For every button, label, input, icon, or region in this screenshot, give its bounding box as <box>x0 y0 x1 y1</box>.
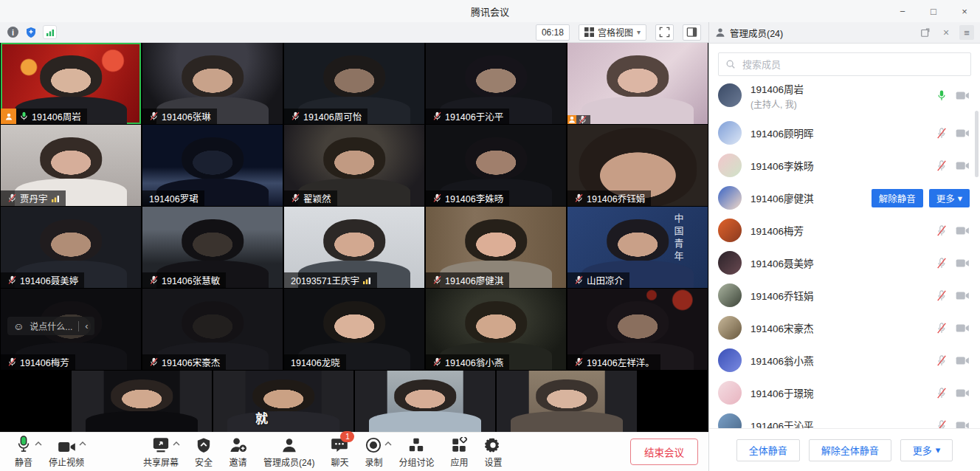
video-tile[interactable]: 191406张琳 <box>142 43 283 124</box>
maximize-button[interactable]: □ <box>918 0 949 22</box>
video-tile[interactable]: 翟颖然 <box>284 125 424 206</box>
video-tile[interactable]: 中国青年山田凉介 <box>567 207 708 288</box>
emoji-icon[interactable]: ☺ <box>13 320 24 332</box>
member-row[interactable]: 191406于璟琬 <box>709 377 980 409</box>
video-tile[interactable] <box>567 43 708 124</box>
member-row[interactable]: 191406周岩(主持人, 我) <box>709 74 980 117</box>
info-icon[interactable]: i <box>7 27 18 38</box>
camera-on-icon <box>956 91 970 100</box>
participant-name-label: 山田凉介 <box>567 272 629 288</box>
caret-up-icon[interactable] <box>384 441 392 446</box>
avatar <box>718 348 742 372</box>
caret-up-icon[interactable] <box>79 441 86 446</box>
participant-name: 191406龙晓 <box>291 355 340 369</box>
member-row[interactable]: 191406翁小燕 <box>709 344 980 377</box>
panel-menu-icon[interactable]: ≡ <box>959 25 974 40</box>
member-row[interactable]: 191406梅芳 <box>709 214 980 247</box>
collapse-chevron-icon[interactable]: ‹ <box>85 320 88 331</box>
member-row[interactable]: 191406宋豪杰 <box>709 312 980 344</box>
control-share-screen[interactable]: 共享屏幕 <box>143 436 179 468</box>
member-row[interactable]: 191406聂美婷 <box>709 247 980 279</box>
control-shield[interactable]: 安全 <box>195 436 213 468</box>
member-row[interactable]: 191406李姝旸 <box>709 149 980 182</box>
video-tile[interactable]: 贾丹宇 <box>1 125 141 206</box>
control-settings[interactable]: 设置 <box>484 436 502 468</box>
side-panel-toggle[interactable] <box>683 24 701 41</box>
video-tile[interactable]: 191406周可怡 <box>284 43 424 124</box>
member-search[interactable] <box>718 52 971 76</box>
control-apps[interactable]: 应用 <box>450 436 468 468</box>
video-tile[interactable]: 191406龙晓 <box>284 289 424 370</box>
caret-up-icon[interactable] <box>35 441 42 446</box>
member-name: 191406梅芳 <box>750 223 804 238</box>
more-button[interactable]: 更多▾ <box>900 439 953 461</box>
participant-name-label: 191406翁小燕 <box>426 354 509 370</box>
member-name: 191406宋豪杰 <box>750 320 814 335</box>
control-record[interactable]: 录制 <box>365 436 382 468</box>
video-tile[interactable]: 191406张慧敏 <box>142 207 283 288</box>
member-text: 191406乔钰娟 <box>750 288 814 303</box>
participant-name: 191406乔钰娟 <box>587 191 645 205</box>
mute-all-button[interactable]: 全体静音 <box>736 439 800 461</box>
member-row[interactable]: 191406廖健淇解除静音更多▾ <box>709 182 980 214</box>
video-tile[interactable] <box>355 371 495 432</box>
member-name: 191406李姝旸 <box>750 158 814 173</box>
end-meeting-button[interactable]: 结束会议 <box>630 439 698 465</box>
control-invite[interactable]: 邀请 <box>229 436 247 468</box>
members-panel-header: 管理成员(24) × ≡ <box>709 22 980 44</box>
avatar <box>718 381 742 405</box>
chat-input-placeholder[interactable]: 说点什么... <box>30 320 72 332</box>
control-mic-on[interactable]: 静音 <box>15 436 32 468</box>
network-signal-icon[interactable] <box>43 25 57 39</box>
video-tile[interactable] <box>497 371 637 432</box>
video-tile[interactable]: 191406翁小燕 <box>426 289 566 370</box>
control-members[interactable]: 管理成员(24) <box>263 436 314 468</box>
member-name: 191406翁小燕 <box>750 353 814 368</box>
close-panel-icon[interactable]: × <box>939 25 953 40</box>
member-text: 191406聂美婷 <box>750 255 814 270</box>
member-row[interactable]: 191406乔钰娟 <box>709 279 980 312</box>
video-tile[interactable]: 191406乔钰娟 <box>567 125 708 206</box>
participant-name: 191406聂美婷 <box>20 273 78 287</box>
control-chat[interactable]: 1聊天 <box>331 436 348 468</box>
minimize-button[interactable]: − <box>887 0 918 22</box>
shield-protect-icon[interactable] <box>24 26 37 38</box>
video-tile[interactable]: 就 <box>213 371 353 432</box>
video-tile[interactable]: 191406宋豪杰 <box>142 289 283 370</box>
participant-name-label: 191406张琳 <box>142 109 217 124</box>
camera-on-icon <box>956 128 970 138</box>
mic-muted-icon <box>936 419 947 429</box>
mic-on-icon <box>15 436 32 453</box>
member-list: 191406周岩(主持人, 我)191406顾明晖191406李姝旸191406… <box>709 74 980 428</box>
video-tile[interactable]: 191406周岩 <box>1 43 141 124</box>
video-tile[interactable]: 191406于沁平 <box>426 43 566 124</box>
participant-name: 191406梅芳 <box>20 355 69 369</box>
member-search-input[interactable] <box>741 58 964 71</box>
control-camera[interactable]: 停止视频 <box>49 436 84 468</box>
chat-quick-input[interactable]: ☺ 说点什么... ‹ <box>7 317 94 335</box>
close-button[interactable]: × <box>949 0 980 22</box>
participant-name-label: 191406周可怡 <box>284 109 368 124</box>
popout-panel-icon[interactable] <box>918 25 933 40</box>
video-tile[interactable]: 20193571王庆宇 <box>284 207 424 288</box>
video-tile[interactable] <box>72 371 212 432</box>
view-mode-selector[interactable]: 宫格视图 ▾ <box>579 24 646 41</box>
video-tile[interactable]: 191406廖健淇 <box>426 207 566 288</box>
unmute-all-button[interactable]: 解除全体静音 <box>809 439 891 461</box>
member-row[interactable]: 191406顾明晖 <box>709 117 980 149</box>
member-row[interactable]: 191406于沁平 <box>709 409 980 428</box>
video-tile[interactable]: 191406聂美婷 <box>1 207 141 288</box>
share-screen-icon <box>152 436 170 453</box>
participant-name: 贾丹宇 <box>20 191 48 205</box>
settings-icon <box>485 436 501 453</box>
unmute-button[interactable]: 解除静音 <box>872 189 923 207</box>
caret-up-icon[interactable] <box>173 441 180 446</box>
avatar <box>718 219 742 242</box>
more-button[interactable]: 更多▾ <box>929 189 970 207</box>
control-breakout[interactable]: 分组讨论 <box>398 436 434 468</box>
fullscreen-button[interactable] <box>655 24 674 41</box>
video-tile[interactable]: 191406罗珺 <box>142 125 283 206</box>
video-tile[interactable]: 191406左祥洋。 <box>567 289 708 370</box>
mic-muted-icon <box>574 275 584 286</box>
video-tile[interactable]: 191406李姝旸 <box>426 125 566 206</box>
